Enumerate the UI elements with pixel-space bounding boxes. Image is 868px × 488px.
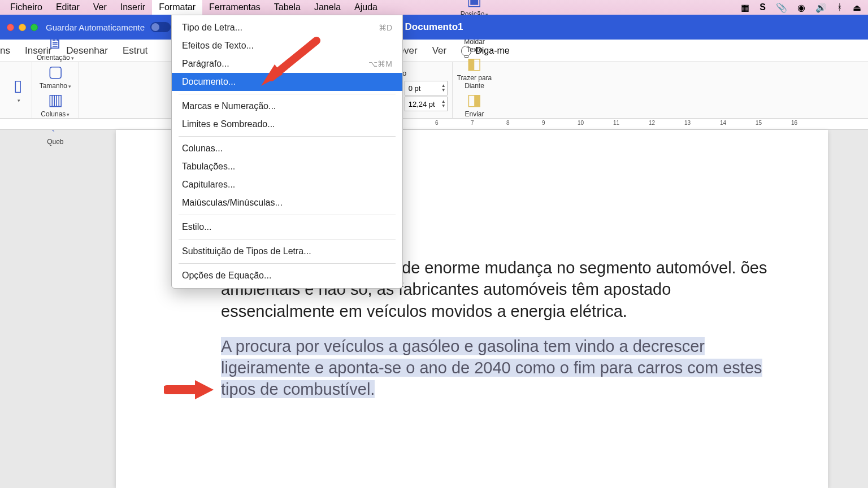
autosave-label: Guardar Automaticamente (46, 23, 145, 32)
mac-menubar: Ficheiro Editar Ver Inserir Formatar Fer… (0, 0, 868, 15)
tab-ver[interactable]: Ver (432, 45, 447, 56)
space-after-input[interactable]: 12,24 pt▲▼ (405, 97, 448, 111)
menu-formatar[interactable]: Formatar (152, 0, 202, 15)
paragraph-2-selected[interactable]: A procura por veículos a gasóleo e gasol… (221, 337, 762, 399)
columns-icon: ▥ (46, 90, 65, 110)
menu-item-opcoes-equacao[interactable]: Opções de Equação... (172, 267, 402, 285)
group-margins: ▯ ▾ (3, 62, 32, 118)
minimize-window-button[interactable] (19, 24, 26, 31)
space-before-input[interactable]: 0 pt▲▼ (405, 81, 448, 95)
group-page-setup: 🗎 Orientação▾ ▢ Tamanho▾ ▥ Colunas▾ ⤶ Qu… (32, 62, 79, 118)
volume-icon[interactable]: 🔊 (815, 2, 827, 13)
maximize-window-button[interactable] (31, 24, 38, 31)
menu-item-colunas[interactable]: Colunas... (172, 140, 402, 158)
close-window-button[interactable] (7, 24, 14, 31)
menu-item-capitulares[interactable]: Capitulares... (172, 176, 402, 194)
menu-separator (179, 94, 396, 94)
margins-icon: ▯ (8, 76, 27, 95)
menu-tabela[interactable]: Tabela (267, 0, 307, 15)
menu-item-substituicao-fonts[interactable]: Substituição de Tipos de Letra... (172, 242, 402, 260)
autosave-toggle[interactable]: Guardar Automaticamente (46, 22, 171, 32)
annotation-arrow-1 (254, 35, 322, 91)
window-controls (7, 24, 38, 31)
window-titlebar: Guardar Automaticamente Documento1 (0, 15, 868, 40)
document-title: Documento1 (405, 21, 463, 33)
record-icon[interactable]: ◉ (797, 2, 805, 13)
tab-partial-left[interactable]: ns (0, 45, 10, 56)
app-icon[interactable]: ▦ (741, 2, 749, 13)
menu-ferramentas[interactable]: Ferramentas (202, 0, 267, 15)
menu-inserir[interactable]: Inserir (114, 0, 152, 15)
s-icon[interactable]: S (760, 2, 766, 12)
ribbon-toolbar: ▯ ▾ 🗎 Orientação▾ ▢ Tamanho▾ ▥ Colunas▾ … (0, 62, 868, 119)
columns-button[interactable]: ▥ Colunas▾ (39, 90, 72, 119)
bring-forward-button[interactable]: ◧ Trazer para Diante (457, 54, 492, 90)
ribbon-tabs: ns Inserir Desenhar Estrut Rever Ver Dig… (0, 40, 868, 62)
bluetooth-icon[interactable]: ᚼ (837, 2, 843, 12)
clip-icon[interactable]: 📎 (776, 2, 787, 13)
annotation-arrow-2 (164, 376, 215, 404)
menu-separator (179, 239, 396, 239)
menu-editar[interactable]: Editar (49, 0, 86, 15)
autosave-switch[interactable] (150, 22, 171, 32)
eject-icon[interactable]: ⏏ (853, 2, 861, 13)
margins-button[interactable]: ▯ ▾ (8, 76, 27, 104)
send-backward-icon: ◨ (465, 90, 484, 110)
menu-item-limites-sombreado[interactable]: Limites e Sombreado... (172, 115, 402, 133)
menu-item-marcas-numeracao[interactable]: Marcas e Numeração... (172, 97, 402, 115)
menu-janela[interactable]: Janela (307, 0, 348, 15)
svg-marker-1 (195, 380, 214, 399)
group-arrange: ▣ Posição▾ ◠ Moldar Texto ◧ Trazer para … (453, 62, 497, 118)
menu-item-maiusculas[interactable]: Maiúsculas/Minúsculas... (172, 194, 402, 212)
menu-separator (179, 263, 396, 264)
size-button[interactable]: ▢ Tamanho▾ (39, 62, 72, 90)
status-icons: ▦ S 📎 ◉ 🔊 ᚼ ⏏ (741, 2, 865, 13)
menu-separator (179, 215, 396, 215)
menu-ver[interactable]: Ver (86, 0, 114, 15)
size-icon: ▢ (46, 62, 65, 81)
horizontal-ruler[interactable]: 6 7 8 9 10 11 12 13 14 15 16 (0, 119, 868, 130)
menu-item-tipo-letra[interactable]: Tipo de Letra...⌘D (172, 19, 402, 37)
menu-item-estilo[interactable]: Estilo... (172, 218, 402, 236)
position-icon: ▣ (465, 0, 484, 10)
menu-item-tabulacoes[interactable]: Tabulações... (172, 158, 402, 176)
menu-ajuda[interactable]: Ajuda (348, 0, 384, 15)
tab-estrutura[interactable]: Estrut (123, 45, 147, 56)
menu-ficheiro[interactable]: Ficheiro (3, 0, 49, 15)
lightbulb-icon (461, 46, 471, 56)
menu-separator (179, 136, 396, 137)
